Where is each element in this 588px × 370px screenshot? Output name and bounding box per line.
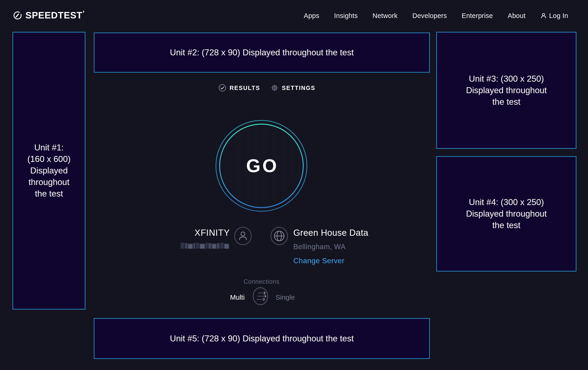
ad-line: Unit #1: <box>34 142 64 153</box>
speedometer-icon <box>13 11 22 20</box>
isp-masked-detail <box>181 243 231 249</box>
ad-unit-3: Unit #3: (300 x 250) Displayed throughou… <box>436 32 577 149</box>
tab-settings[interactable]: SETTINGS <box>271 84 315 92</box>
nav-enterprise[interactable]: Enterprise <box>462 12 493 20</box>
ad-line: Displayed throughout <box>466 208 547 220</box>
tab-results[interactable]: RESULTS <box>219 84 260 92</box>
isp-user-icon <box>234 227 252 245</box>
go-button[interactable]: GO <box>213 117 310 214</box>
go-label: GO <box>213 117 310 214</box>
server-info: Green House Data Bellingham, WA Change S… <box>293 228 368 265</box>
login-button[interactable]: Log In <box>540 12 568 20</box>
server-globe-icon <box>271 227 288 245</box>
ad-line: the test <box>492 96 520 108</box>
nav-apps[interactable]: Apps <box>304 12 319 20</box>
isp-name: XFINITY <box>194 228 230 238</box>
nav-network[interactable]: Network <box>373 12 398 20</box>
nav-insights[interactable]: Insights <box>334 12 358 20</box>
user-icon <box>540 12 547 19</box>
server-location: Bellingham, WA <box>293 243 368 251</box>
ad-line: (160 x 600) <box>27 153 70 165</box>
ad-line: the test <box>492 220 520 231</box>
ad-unit-1: Unit #1: (160 x 600) Displayed throughou… <box>12 32 85 310</box>
login-label: Log In <box>549 12 568 20</box>
trademark-mark <box>83 11 84 13</box>
ad-line: Unit #5: (728 x 90) Displayed throughout… <box>170 333 354 344</box>
ad-unit-2: Unit #2: (728 x 90) Displayed throughout… <box>94 32 430 73</box>
connections-label: Connections <box>227 278 296 285</box>
tab-settings-label: SETTINGS <box>282 85 315 91</box>
change-server-link[interactable]: Change Server <box>293 257 345 265</box>
ad-line: Displayed <box>30 165 68 177</box>
results-settings-tabs: RESULTS <box>219 84 315 92</box>
server-name: Green House Data <box>293 228 368 238</box>
tab-results-label: RESULTS <box>230 85 260 91</box>
nav-about[interactable]: About <box>508 12 525 20</box>
connections-single-option[interactable]: Single <box>275 293 295 301</box>
gear-icon <box>271 84 279 92</box>
ad-line: Unit #4: (300 x 250) <box>469 197 544 208</box>
ad-line: the test <box>35 188 63 200</box>
ad-line: throughout <box>29 177 70 188</box>
ad-line: Unit #3: (300 x 250) <box>469 73 544 85</box>
ad-line: Unit #2: (728 x 90) Displayed throughout… <box>170 47 354 58</box>
main-nav: Apps Insights Network Developers Enterpr… <box>304 0 568 31</box>
ad-unit-4: Unit #4: (300 x 250) Displayed throughou… <box>436 156 577 271</box>
nav-developers[interactable]: Developers <box>412 12 447 20</box>
speedtest-page: SPEEDTEST Apps Insights Network Develope… <box>0 0 588 370</box>
logo-text: SPEEDTEST <box>25 10 84 20</box>
check-circle-icon <box>219 84 226 92</box>
connections-toggle-icon[interactable] <box>253 287 268 305</box>
connections-multi-option[interactable]: Multi <box>230 293 245 301</box>
speedtest-logo[interactable]: SPEEDTEST <box>13 10 84 20</box>
ad-unit-5: Unit #5: (728 x 90) Displayed throughout… <box>94 318 430 359</box>
ad-line: Displayed throughout <box>466 85 547 96</box>
